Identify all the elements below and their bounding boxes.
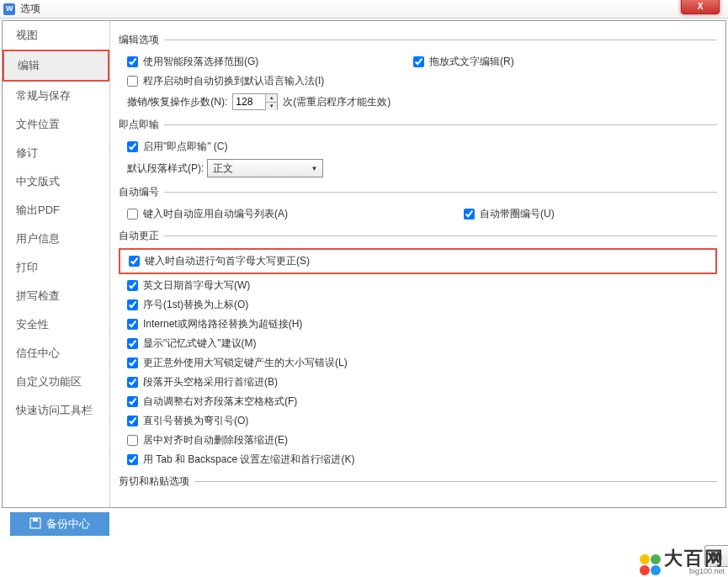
label-tab-backspace: 用 Tab 和 Backspace 设置左缩进和首行缩进(K) (143, 453, 354, 467)
titlebar: 选项 (0, 0, 728, 19)
checkbox-apply-list[interactable] (127, 209, 138, 220)
label-click-enable: 启用"即点即输" (C) (143, 140, 228, 154)
backup-center-button[interactable]: 备份中心 (10, 512, 109, 536)
label-trim-trailing: 自动调整右对齐段落末空格格式(F) (143, 394, 297, 409)
group-edit-options: 编辑选项 使用智能段落选择范围(G) 拖放式文字编辑(R) 程序启动时自动切换到… (119, 33, 717, 113)
checkbox-memory[interactable] (127, 338, 138, 349)
label-capslock: 更正意外使用大写锁定键产生的大小写错误(L) (143, 356, 348, 370)
checkbox-click-enable[interactable] (127, 141, 138, 152)
watermark: 大百网 big100.net (640, 549, 725, 575)
app-icon (3, 3, 15, 15)
legend-clipboard: 剪切和粘贴选项 (119, 474, 194, 489)
checkbox-internet[interactable] (127, 319, 138, 330)
label-eng-date: 英文日期首字母大写(W) (143, 278, 250, 293)
legend-autonum: 自动编号 (119, 185, 164, 199)
close-button[interactable]: X (681, 0, 720, 14)
label-apply-list: 键入时自动应用自动编号列表(A) (143, 207, 288, 221)
sidebar-item-general-save[interactable]: 常规与保存 (3, 82, 109, 110)
group-click-input: 即点即输 启用"即点即输" (C) 默认段落样式(P): 正文 (119, 118, 717, 180)
spin-down-icon[interactable]: ▼ (266, 103, 277, 110)
legend-edit: 编辑选项 (119, 33, 164, 47)
checkbox-capslock[interactable] (127, 357, 138, 368)
svg-rect-1 (33, 518, 38, 521)
label-memory: 显示"记忆式键入"建议(M) (143, 336, 257, 351)
sidebar-item-output-pdf[interactable]: 输出PDF (3, 196, 109, 225)
sidebar-item-spellcheck[interactable]: 拼写检查 (3, 282, 109, 310)
dropdown-para-style[interactable]: 正文 (207, 159, 323, 177)
checkbox-circle-num[interactable] (464, 209, 475, 220)
label-circle-num: 自动带圈编号(U) (480, 207, 555, 221)
backup-center-label: 备份中心 (46, 516, 90, 532)
sidebar-item-file-location[interactable]: 文件位置 (3, 110, 109, 139)
group-autonumber: 自动编号 键入时自动应用自动编号列表(A) 自动带圈编号(U) (119, 185, 717, 224)
label-internet: Internet或网络路径替换为超链接(H) (143, 317, 302, 331)
label-undo-note: 次(需重启程序才能生效) (283, 95, 391, 109)
checkbox-tab-backspace[interactable] (127, 454, 138, 465)
sidebar-item-trust-center[interactable]: 信任中心 (3, 339, 109, 368)
watermark-sub: big100.net (664, 568, 725, 575)
label-ime-switch: 程序启动时自动切换到默认语言输入法(I) (143, 74, 324, 88)
window-title: 选项 (20, 2, 40, 16)
label-heading-indent: 段落开头空格采用行首缩进(B) (143, 375, 278, 389)
label-undo-steps: 撤销/恢复操作步数(N): (127, 95, 227, 109)
label-drag-edit: 拖放式文字编辑(R) (429, 55, 514, 69)
label-smart-quotes: 直引号替换为弯引号(O) (143, 414, 248, 428)
sidebar-item-revision[interactable]: 修订 (3, 139, 109, 167)
checkbox-smart-select[interactable] (127, 56, 138, 67)
group-clipboard: 剪切和粘贴选项 (119, 474, 717, 500)
spinner-undo-steps[interactable]: ▲▼ (232, 93, 278, 110)
checkbox-smart-quotes[interactable] (127, 416, 138, 426)
watermark-logo-icon (640, 554, 661, 575)
dropdown-para-style-value: 正文 (213, 161, 233, 176)
legend-autocorrect: 自动更正 (119, 229, 164, 243)
sidebar-item-edit[interactable]: 编辑 (3, 50, 109, 82)
checkbox-trim-trailing[interactable] (127, 396, 138, 407)
label-smart-select: 使用智能段落选择范围(G) (143, 55, 258, 69)
checkbox-center-remove[interactable] (127, 435, 138, 446)
input-undo-steps[interactable] (233, 94, 265, 109)
label-ordinal: 序号(1st)替换为上标(O) (143, 298, 248, 312)
options-container: 视图 编辑 常规与保存 文件位置 修订 中文版式 输出PDF 用户信息 打印 拼… (2, 20, 726, 508)
sidebar-item-quick-access[interactable]: 快速访问工具栏 (3, 396, 109, 425)
main-panel[interactable]: 编辑选项 使用智能段落选择范围(G) 拖放式文字编辑(R) 程序启动时自动切换到… (110, 21, 725, 507)
checkbox-ime-switch[interactable] (127, 76, 138, 87)
legend-click: 即点即输 (119, 118, 164, 132)
group-autocorrect: 自动更正 键入时自动进行句首字母大写更正(S) 英文日期首字母大写(W) 序号(… (119, 229, 717, 469)
sidebar-item-security[interactable]: 安全性 (3, 310, 109, 339)
label-center-remove: 居中对齐时自动删除段落缩进(E) (143, 433, 288, 447)
floppy-icon (29, 517, 41, 532)
spin-up-icon[interactable]: ▲ (266, 94, 277, 103)
watermark-title: 大百网 (664, 549, 725, 568)
sidebar: 视图 编辑 常规与保存 文件位置 修订 中文版式 输出PDF 用户信息 打印 拼… (3, 21, 110, 507)
checkbox-cap-first[interactable] (129, 256, 140, 267)
sidebar-item-chinese-layout[interactable]: 中文版式 (3, 167, 109, 196)
checkbox-ordinal[interactable] (127, 299, 138, 310)
sidebar-item-user-info[interactable]: 用户信息 (3, 225, 109, 253)
sidebar-item-view[interactable]: 视图 (3, 21, 109, 50)
sidebar-item-customize-ribbon[interactable]: 自定义功能区 (3, 368, 109, 396)
checkbox-drag-edit[interactable] (413, 56, 424, 67)
checkbox-heading-indent[interactable] (127, 377, 138, 388)
label-para-style: 默认段落样式(P): (127, 161, 204, 176)
sidebar-item-print[interactable]: 打印 (3, 253, 109, 282)
highlight-cap-first: 键入时自动进行句首字母大写更正(S) (119, 248, 717, 274)
label-cap-first: 键入时自动进行句首字母大写更正(S) (145, 254, 310, 268)
checkbox-eng-date[interactable] (127, 280, 138, 291)
